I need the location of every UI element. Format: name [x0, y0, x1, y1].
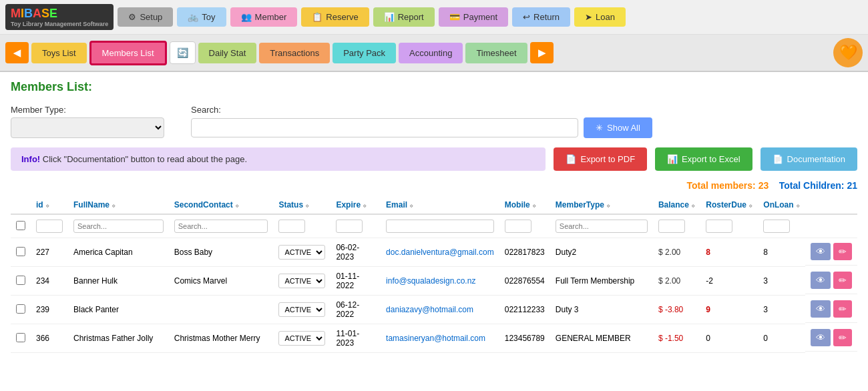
export-pdf-button[interactable]: 📄 Export to PDF — [554, 147, 647, 171]
col-actions — [805, 196, 857, 214]
view-button-0[interactable]: 👁 — [811, 243, 831, 260]
on-loan-search-input[interactable] — [763, 220, 790, 233]
cell-expire: 01-11-2022 — [331, 267, 381, 296]
cell-member-type: Duty 3 — [550, 296, 653, 324]
cell-on-loan: 0 — [758, 324, 805, 353]
member-type-label: Member Type: — [11, 105, 164, 115]
cell-email: info@squaladesign.co.nz — [381, 267, 499, 296]
payment-icon: 💳 — [449, 12, 460, 22]
cell-status: ACTIVE — [273, 238, 331, 267]
documentation-button[interactable]: 📄 Documentation — [761, 147, 857, 171]
row-checkbox-2[interactable] — [16, 304, 25, 314]
reserve-button[interactable]: 📋 Reserve — [301, 7, 369, 27]
app-logo: MIBASE Toy Library Management Software — [5, 4, 114, 30]
show-all-button[interactable]: ✳ Show All — [584, 117, 652, 138]
payment-button[interactable]: 💳 Payment — [439, 7, 508, 27]
toy-button[interactable]: 🚲 Toy — [177, 7, 226, 27]
status-select-1[interactable]: ACTIVE — [278, 274, 325, 288]
subnav-members-list[interactable]: Members List — [89, 41, 167, 65]
member-type-search-input[interactable] — [556, 220, 648, 233]
edit-button-3[interactable]: ✏ — [833, 329, 852, 346]
table-header-row: id ⬦ FullName ⬦ SecondContact ⬦ Status ⬦… — [11, 196, 857, 214]
top-navigation: MIBASE Toy Library Management Software ⚙… — [0, 0, 868, 35]
cell-actions: 👁 ✏ — [805, 296, 857, 323]
setup-button[interactable]: ⚙ Setup — [118, 7, 173, 27]
edit-button-0[interactable]: ✏ — [833, 243, 852, 260]
search-input[interactable] — [191, 118, 578, 137]
member-button[interactable]: 👥 Member — [230, 7, 298, 27]
cell-id: 366 — [31, 324, 68, 353]
subnav-toys-list[interactable]: Toys List — [31, 43, 87, 63]
cell-on-loan: 3 — [758, 267, 805, 296]
cell-member-type: Duty2 — [550, 238, 653, 267]
cell-expire: 11-01-2023 — [331, 324, 381, 353]
edit-button-1[interactable]: ✏ — [833, 272, 852, 289]
subnav-transactions[interactable]: Transactions — [259, 43, 330, 63]
status-select-0[interactable]: ACTIVE — [278, 245, 325, 260]
table-body: 227 America Capitan Boss Baby ACTIVE 06-… — [11, 238, 857, 353]
cell-mobile: 022112233 — [499, 296, 550, 324]
view-button-2[interactable]: 👁 — [811, 300, 831, 318]
pdf-icon: 📄 — [566, 154, 576, 164]
search-filter: Search: ✳ Show All — [191, 105, 652, 138]
cell-roster-due: 9 — [700, 296, 758, 324]
col-on-loan: OnLoan ⬦ — [758, 196, 805, 214]
cell-roster-due: 0 — [700, 324, 758, 353]
cell-mobile: 022817823 — [499, 238, 550, 267]
table-search-row — [11, 214, 857, 238]
row-checkbox-1[interactable] — [16, 276, 25, 285]
subnav-accounting[interactable]: Accounting — [399, 43, 463, 63]
toy-icon: 🚲 — [188, 12, 198, 22]
col-fullname: FullName ⬦ — [68, 196, 169, 214]
row-checkbox-3[interactable] — [16, 333, 25, 342]
cell-second-contact — [169, 296, 274, 324]
cell-on-loan: 8 — [758, 238, 805, 267]
docs-icon: 📄 — [773, 154, 783, 164]
export-excel-button[interactable]: 📊 Export to Excel — [655, 147, 752, 171]
cell-second-contact: Christmas Mother Merry — [169, 324, 274, 353]
select-all-checkbox[interactable] — [16, 221, 25, 230]
prev-nav-button[interactable]: ◀ — [5, 42, 29, 63]
expire-search-input[interactable] — [336, 220, 363, 233]
return-button[interactable]: ↩ Return — [512, 7, 570, 27]
subnav-daily-stat[interactable]: Daily Stat — [198, 43, 257, 63]
mobile-search-input[interactable] — [505, 220, 531, 233]
fullname-search-input[interactable] — [73, 220, 164, 233]
cell-status: ACTIVE — [273, 324, 331, 353]
cell-member-type: GENERAL MEMBER — [550, 324, 653, 353]
email-search-input[interactable] — [386, 220, 494, 233]
loan-button[interactable]: ➤ Loan — [574, 7, 626, 27]
view-button-3[interactable]: 👁 — [811, 329, 831, 346]
col-checkbox — [11, 196, 31, 214]
sub-navigation: ◀ Toys List Members List 🔄 Daily Stat Tr… — [0, 35, 868, 72]
col-id: id ⬦ — [31, 196, 68, 214]
subnav-timesheet[interactable]: Timesheet — [465, 43, 527, 63]
edit-button-2[interactable]: ✏ — [833, 300, 852, 318]
status-select-2[interactable]: ACTIVE — [278, 302, 325, 317]
cell-second-contact: Boss Baby — [169, 238, 274, 267]
member-type-select[interactable] — [11, 117, 164, 138]
status-search-input[interactable] — [278, 220, 305, 233]
second-contact-search-input[interactable] — [174, 220, 268, 233]
cell-fullname: America Capitan — [68, 238, 169, 267]
next-nav-button[interactable]: ▶ — [530, 42, 554, 63]
table-row: 239 Black Panter ACTIVE 06-12-2022 dania… — [11, 296, 857, 324]
cell-actions: 👁 ✏ — [805, 324, 857, 352]
subnav-party-pack[interactable]: Party Pack — [333, 43, 396, 63]
page-title: Members List: — [11, 80, 857, 94]
cell-email: tamasineryan@hotmail.com — [381, 324, 499, 353]
view-button-1[interactable]: 👁 — [811, 272, 831, 289]
loan-icon: ➤ — [585, 12, 592, 22]
id-search-input[interactable] — [36, 220, 63, 233]
refresh-button[interactable]: 🔄 — [170, 41, 196, 64]
cell-fullname: Christmas Father Jolly — [68, 324, 169, 353]
cell-roster-due: -2 — [700, 267, 758, 296]
report-button[interactable]: 📊 Report — [373, 7, 435, 27]
roster-due-search-input[interactable] — [706, 220, 732, 233]
cell-expire: 06-02-2023 — [331, 238, 381, 267]
status-select-3[interactable]: ACTIVE — [278, 331, 325, 346]
cell-mobile: 022876554 — [499, 267, 550, 296]
cell-balance: $ -1.50 — [653, 324, 700, 353]
balance-search-input[interactable] — [658, 220, 685, 233]
row-checkbox-0[interactable] — [16, 247, 25, 256]
